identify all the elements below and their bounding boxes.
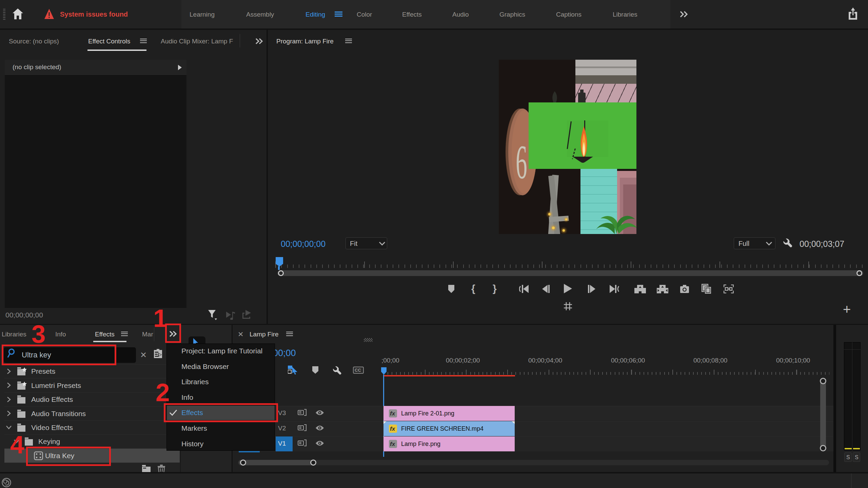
svg-text:6: 6 bbox=[516, 135, 527, 189]
